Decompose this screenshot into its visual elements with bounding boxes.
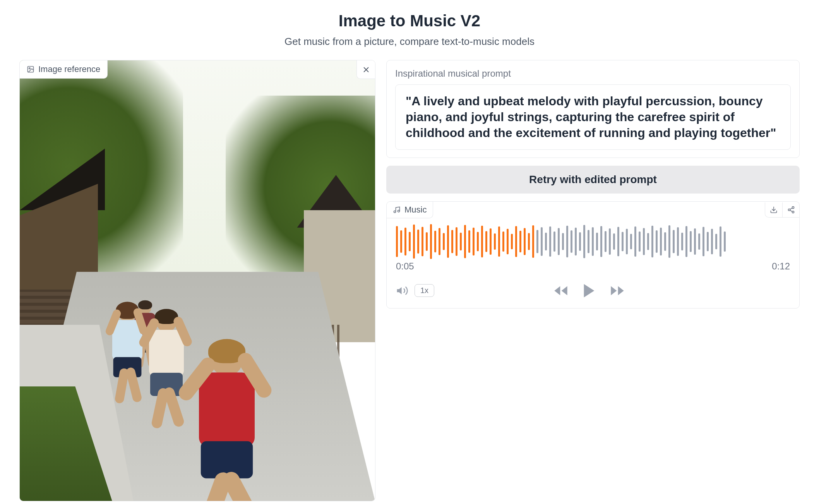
svg-point-2: [394, 211, 396, 213]
waveform-bar: [600, 226, 602, 257]
waveform-bar: [468, 230, 470, 253]
svg-point-5: [788, 209, 790, 211]
playback-speed-button[interactable]: 1x: [415, 284, 434, 297]
play-icon: [580, 282, 598, 300]
waveform-bar: [460, 233, 462, 250]
waveform-bar: [439, 228, 440, 255]
fast-forward-icon: [610, 283, 625, 298]
download-button[interactable]: [765, 202, 782, 217]
waveform-bar: [622, 232, 624, 251]
waveform-bar: [571, 230, 572, 253]
waveform-bar: [715, 234, 717, 249]
image-icon: [27, 65, 34, 73]
download-icon: [770, 206, 778, 214]
music-output-panel: Music: [386, 201, 800, 309]
music-icon: [393, 206, 401, 214]
waveform-bar: [545, 233, 547, 250]
reference-image: [20, 60, 375, 501]
waveform-bar: [617, 227, 619, 256]
svg-point-4: [792, 207, 794, 209]
waveform-bar: [485, 231, 487, 252]
waveform-bar: [698, 233, 700, 250]
waveform-bar: [724, 231, 726, 252]
waveform-bar: [400, 230, 402, 253]
share-button[interactable]: [782, 202, 799, 217]
waveform-bar: [443, 233, 445, 250]
waveform-bar: [639, 231, 641, 252]
close-icon: [362, 65, 370, 74]
waveform-bar: [592, 227, 594, 256]
waveform-bar: [494, 233, 496, 250]
waveform-bar: [596, 233, 598, 250]
waveform-bar: [634, 226, 636, 257]
waveform-bar: [426, 232, 428, 251]
waveform-bar: [549, 226, 551, 257]
waveform-bar: [498, 226, 500, 257]
waveform-bar: [511, 234, 513, 249]
waveform-bar: [673, 230, 675, 253]
image-reference-label: Image reference: [20, 60, 108, 79]
waveform-bar: [660, 228, 662, 255]
waveform-bar: [464, 225, 466, 258]
svg-point-3: [398, 210, 400, 212]
waveform-bar: [626, 229, 628, 254]
svg-marker-7: [397, 287, 402, 295]
audio-current-time: 0:05: [396, 261, 414, 272]
waveform-bar: [502, 231, 504, 252]
waveform-bar: [664, 232, 666, 251]
image-reference-panel[interactable]: Image reference: [19, 60, 375, 501]
waveform-bar: [575, 228, 577, 255]
prompt-panel: Inspirational musical prompt "A lively a…: [386, 60, 800, 158]
waveform-bar: [447, 225, 449, 258]
waveform-bar: [651, 226, 653, 257]
clear-image-button[interactable]: [356, 60, 375, 79]
waveform-bar: [528, 233, 530, 250]
waveform-bar: [481, 226, 483, 257]
svg-marker-12: [611, 286, 617, 295]
waveform-bar: [685, 226, 687, 257]
page-title: Image to Music V2: [19, 12, 800, 30]
waveform-bar: [409, 232, 411, 251]
waveform-bar: [681, 233, 683, 250]
svg-marker-8: [554, 286, 560, 295]
waveform-bar: [707, 232, 709, 251]
waveform-bar: [477, 232, 479, 251]
waveform-bar: [404, 228, 406, 255]
svg-marker-11: [618, 286, 624, 295]
waveform-bar: [507, 229, 509, 254]
play-button[interactable]: [580, 282, 598, 300]
rewind-button[interactable]: [553, 283, 569, 298]
svg-marker-9: [561, 286, 567, 295]
waveform-bar: [690, 231, 692, 252]
waveform-bar: [583, 225, 585, 258]
retry-button[interactable]: Retry with edited prompt: [386, 166, 800, 194]
waveform-bar: [668, 225, 670, 258]
svg-marker-10: [584, 284, 594, 298]
waveform-bar: [579, 232, 581, 251]
waveform-bar: [711, 229, 713, 254]
waveform-bar: [456, 227, 457, 256]
svg-point-6: [792, 211, 794, 213]
waveform-bar: [532, 225, 534, 258]
waveform-bar: [515, 226, 517, 257]
waveform-bar: [558, 228, 560, 255]
share-icon: [787, 206, 795, 214]
waveform-bar: [562, 233, 564, 250]
svg-point-1: [29, 68, 30, 69]
waveform-bar: [553, 231, 555, 252]
waveform-bar: [413, 225, 415, 259]
waveform-bar: [609, 228, 611, 255]
volume-button[interactable]: [396, 285, 408, 297]
fast-forward-button[interactable]: [610, 283, 625, 298]
page-subtitle: Get music from a picture, compare text-t…: [19, 36, 800, 48]
music-output-label: Music: [387, 202, 433, 218]
audio-waveform[interactable]: [387, 218, 799, 261]
waveform-bar: [720, 226, 721, 257]
waveform-bar: [566, 226, 568, 257]
waveform-bar: [541, 227, 543, 256]
waveform-bar: [677, 227, 679, 256]
prompt-textbox[interactable]: "A lively and upbeat melody with playful…: [395, 84, 791, 150]
waveform-bar: [647, 233, 649, 250]
volume-icon: [396, 285, 408, 297]
waveform-bar: [613, 233, 615, 250]
